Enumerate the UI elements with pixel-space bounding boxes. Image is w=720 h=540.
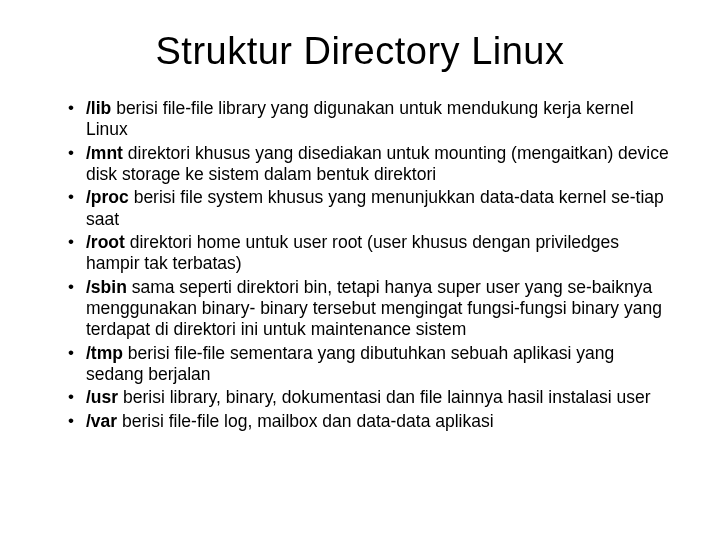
- bullet-list: /lib berisi file-file library yang digun…: [40, 98, 680, 432]
- list-item: /proc berisi file system khusus yang men…: [68, 187, 670, 230]
- list-item: /sbin sama seperti direktori bin, tetapi…: [68, 277, 670, 341]
- dir-desc: berisi file system khusus yang menunjukk…: [86, 187, 664, 228]
- page-title: Struktur Directory Linux: [40, 30, 680, 73]
- dir-desc: berisi file-file log, mailbox dan data-d…: [117, 411, 493, 431]
- dir-desc: direktori home untuk user root (user khu…: [86, 232, 619, 273]
- list-item: /lib berisi file-file library yang digun…: [68, 98, 670, 141]
- dir-desc: berisi library, binary, dokumentasi dan …: [118, 387, 650, 407]
- dir-desc: berisi file-file library yang digunakan …: [86, 98, 634, 139]
- dir-term: /usr: [86, 387, 118, 407]
- dir-desc: direktori khusus yang disediakan untuk m…: [86, 143, 669, 184]
- dir-desc: berisi file-file sementara yang dibutuhk…: [86, 343, 614, 384]
- dir-term: /sbin: [86, 277, 127, 297]
- dir-term: /proc: [86, 187, 129, 207]
- list-item: /var berisi file-file log, mailbox dan d…: [68, 411, 670, 432]
- dir-term: /tmp: [86, 343, 123, 363]
- dir-term: /var: [86, 411, 117, 431]
- list-item: /tmp berisi file-file sementara yang dib…: [68, 343, 670, 386]
- list-item: /usr berisi library, binary, dokumentasi…: [68, 387, 670, 408]
- list-item: /root direktori home untuk user root (us…: [68, 232, 670, 275]
- dir-term: /mnt: [86, 143, 123, 163]
- list-item: /mnt direktori khusus yang disediakan un…: [68, 143, 670, 186]
- dir-desc: sama seperti direktori bin, tetapi hanya…: [86, 277, 662, 340]
- dir-term: /root: [86, 232, 125, 252]
- slide: Struktur Directory Linux /lib berisi fil…: [0, 0, 720, 540]
- dir-term: /lib: [86, 98, 111, 118]
